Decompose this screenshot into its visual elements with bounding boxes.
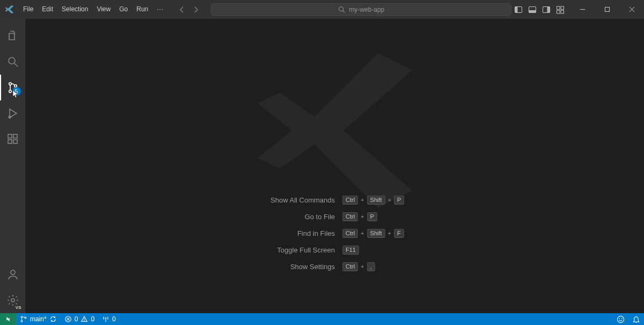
maximize-button[interactable] (595, 0, 619, 19)
close-button[interactable] (619, 0, 644, 19)
shortcut-keys: Ctrl+, (342, 262, 493, 271)
key-separator: + (361, 213, 364, 220)
activity-bar: 5 VS (0, 19, 26, 313)
keyboard-key: Ctrl (342, 229, 358, 238)
status-feedback[interactable] (613, 315, 628, 323)
shortcut-keys: Ctrl+Shift+F (342, 229, 493, 238)
nav-forward-icon[interactable] (192, 5, 200, 14)
status-ports-count: 0 (112, 315, 116, 323)
shortcut-row: Show SettingsCtrl+, (185, 262, 485, 271)
menu-selection[interactable]: Selection (57, 0, 92, 19)
svg-point-26 (21, 316, 23, 318)
keyboard-key: P (394, 196, 404, 205)
status-errors-count: 0 (75, 315, 78, 323)
workbench-body: 5 VS Show All CommandsCtrl+Shift+ (0, 19, 644, 313)
shortcut-label: Find in Files (185, 229, 335, 237)
svg-point-25 (11, 299, 14, 302)
menu-run[interactable]: Run (132, 0, 152, 19)
menu-view[interactable]: View (92, 0, 115, 19)
svg-point-32 (105, 317, 107, 319)
status-branch[interactable]: main* (16, 313, 61, 325)
shortcut-keys: Ctrl+Shift+P (342, 196, 493, 205)
keyboard-key: P (367, 212, 377, 221)
bell-icon (632, 315, 640, 323)
svg-line-15 (14, 63, 18, 67)
svg-point-17 (9, 90, 11, 93)
svg-point-33 (617, 316, 624, 322)
activity-run-debug[interactable] (0, 100, 26, 126)
radio-tower-icon (102, 315, 109, 323)
feedback-icon (617, 315, 625, 323)
keyboard-key: F (394, 229, 404, 238)
nav-back-icon[interactable] (178, 5, 186, 14)
toggle-secondary-side-bar-icon[interactable] (542, 5, 551, 14)
activity-manage[interactable]: VS (0, 287, 26, 313)
shortcut-row: Find in FilesCtrl+Shift+F (185, 229, 485, 238)
shortcut-label: Show All Commands (185, 196, 335, 204)
menu-edit[interactable]: Edit (38, 0, 57, 19)
svg-point-24 (11, 270, 15, 275)
key-separator: + (361, 197, 364, 203)
svg-point-34 (619, 318, 620, 319)
svg-line-1 (343, 10, 345, 12)
activity-accounts[interactable] (0, 262, 26, 287)
svg-rect-8 (557, 6, 560, 10)
vs-badge: VS (14, 305, 23, 310)
status-remote-button[interactable] (0, 313, 16, 325)
key-separator: + (361, 230, 364, 236)
welcome-shortcuts: Show All CommandsCtrl+Shift+PGo to FileC… (26, 196, 644, 271)
status-warnings-count: 0 (91, 315, 94, 323)
svg-rect-20 (8, 134, 12, 138)
menu-file[interactable]: File (19, 0, 38, 19)
toggle-primary-side-bar-icon[interactable] (514, 5, 523, 14)
menu-bar: File Edit Selection View Go Run ··· (19, 0, 168, 19)
toggle-panel-icon[interactable] (528, 5, 537, 14)
keyboard-key: F11 (342, 245, 359, 255)
vscode-app-icon (0, 5, 19, 14)
customize-layout-icon[interactable] (556, 5, 565, 14)
svg-rect-7 (547, 6, 550, 12)
nav-arrows (178, 5, 200, 14)
svg-rect-23 (13, 134, 17, 138)
layout-controls (514, 5, 570, 14)
window-controls (570, 0, 644, 19)
minimize-button[interactable] (570, 0, 595, 19)
remote-icon (4, 315, 12, 323)
activity-search[interactable] (0, 49, 26, 75)
shortcut-label: Show Settings (185, 263, 335, 271)
title-bar-right (514, 0, 644, 19)
activity-extensions[interactable] (0, 126, 26, 152)
svg-rect-21 (8, 140, 12, 143)
keyboard-key: Ctrl (342, 262, 358, 271)
key-separator: + (388, 197, 391, 203)
keyboard-key: Shift (367, 196, 385, 205)
command-center-text: my-web-app (349, 6, 384, 13)
git-branch-icon (20, 315, 27, 323)
status-bar: main* 0 0 0 (0, 313, 644, 325)
shortcut-keys: F11 (342, 245, 493, 255)
status-ports[interactable]: 0 (98, 313, 120, 325)
activity-explorer[interactable] (0, 23, 26, 49)
svg-point-0 (339, 6, 343, 11)
error-icon (64, 315, 72, 323)
menu-go[interactable]: Go (115, 0, 132, 19)
status-problems[interactable]: 0 0 (61, 313, 98, 325)
svg-rect-3 (515, 6, 518, 12)
shortcut-row: Toggle Full ScreenF11 (185, 245, 485, 255)
keyboard-key: , (367, 262, 375, 271)
mouse-cursor-icon (12, 90, 19, 98)
shortcut-label: Go to File (185, 213, 335, 221)
svg-point-16 (9, 83, 11, 85)
activity-source-control[interactable]: 5 (0, 75, 26, 100)
status-notifications[interactable] (628, 315, 644, 323)
key-separator: + (388, 230, 391, 236)
key-separator: + (361, 263, 364, 270)
svg-point-31 (84, 320, 85, 321)
search-icon (338, 6, 346, 13)
svg-rect-9 (561, 6, 564, 10)
menu-overflow[interactable]: ··· (152, 0, 168, 19)
svg-point-14 (9, 57, 15, 64)
shortcut-label: Toggle Full Screen (185, 246, 335, 254)
shortcut-row: Go to FileCtrl+P (185, 212, 485, 221)
command-center[interactable]: my-web-app (211, 3, 511, 16)
